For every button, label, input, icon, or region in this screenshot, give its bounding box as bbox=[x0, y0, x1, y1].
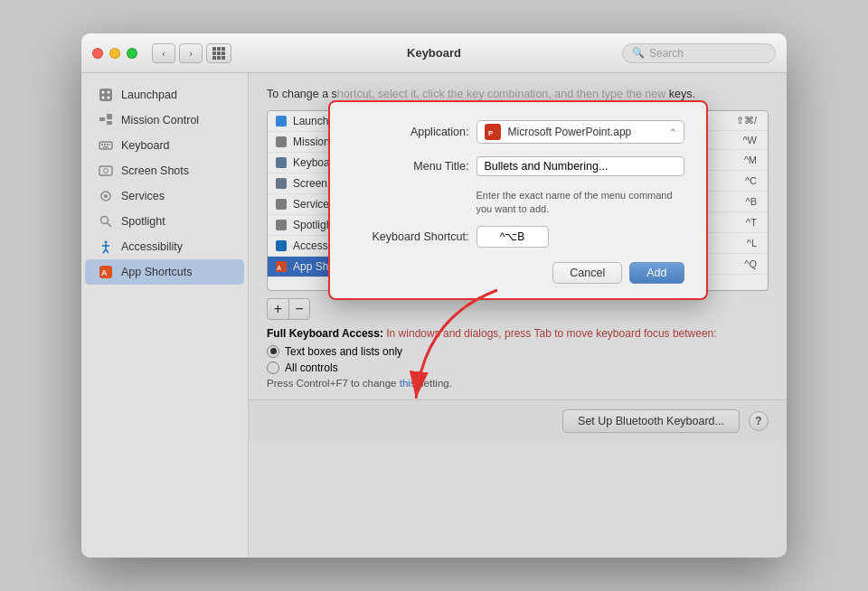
svg-point-20 bbox=[105, 241, 108, 244]
hint-line1: Enter the exact name of the menu command bbox=[476, 190, 673, 201]
svg-rect-7 bbox=[107, 121, 112, 125]
sidebar-item-mission-control[interactable]: Mission Control bbox=[85, 108, 244, 133]
sidebar-item-launchpad[interactable]: Launchpad bbox=[85, 82, 244, 108]
sidebar-item-keyboard[interactable]: Keyboard bbox=[85, 133, 244, 158]
sidebar-item-services[interactable]: Services bbox=[85, 183, 244, 209]
svg-line-24 bbox=[106, 249, 108, 253]
sidebar: Launchpad Mission Control Keyboard Scree… bbox=[81, 73, 249, 558]
powerpoint-icon: P bbox=[485, 124, 501, 140]
hint-line2: you want to add. bbox=[476, 203, 550, 214]
svg-rect-9 bbox=[101, 144, 103, 145]
grid-icon bbox=[212, 47, 225, 60]
svg-rect-10 bbox=[104, 144, 106, 145]
svg-text:P: P bbox=[488, 129, 494, 137]
svg-point-15 bbox=[104, 169, 108, 174]
svg-text:A: A bbox=[101, 268, 108, 277]
svg-rect-5 bbox=[99, 117, 105, 121]
spotlight-icon bbox=[98, 213, 114, 230]
app-name: Microsoft PowerPoint.app bbox=[508, 126, 662, 138]
sidebar-item-mission-label: Mission Control bbox=[121, 114, 199, 127]
application-selector[interactable]: P Microsoft PowerPoint.app ⌃ bbox=[476, 120, 684, 144]
hint-text: Enter the exact name of the menu command… bbox=[476, 189, 684, 217]
search-bar[interactable]: 🔍 Search bbox=[622, 43, 776, 63]
sidebar-item-keyboard-label: Keyboard bbox=[121, 139, 170, 152]
traffic-lights bbox=[92, 48, 137, 59]
keyboard-shortcut-row: Keyboard Shortcut: ^⌥B bbox=[352, 226, 684, 248]
content-area: Launchpad Mission Control Keyboard Scree… bbox=[81, 73, 787, 558]
dialog-buttons: Cancel Add bbox=[352, 262, 684, 284]
sidebar-item-spotlight[interactable]: Spotlight bbox=[85, 209, 244, 234]
back-button[interactable]: ‹ bbox=[152, 43, 175, 63]
search-icon: 🔍 bbox=[632, 47, 645, 59]
sidebar-item-services-label: Services bbox=[121, 190, 165, 202]
shortcut-field[interactable]: ^⌥B bbox=[476, 226, 549, 248]
search-input[interactable]: Search bbox=[649, 47, 684, 60]
svg-rect-13 bbox=[103, 146, 108, 148]
svg-point-17 bbox=[104, 194, 108, 198]
cancel-button[interactable]: Cancel bbox=[552, 262, 622, 284]
sidebar-item-accessibility[interactable]: Accessibility bbox=[85, 234, 244, 259]
application-row: Application: P Microsoft PowerPoint.app … bbox=[352, 120, 684, 144]
add-button[interactable]: Add bbox=[629, 262, 684, 284]
svg-point-3 bbox=[102, 97, 105, 99]
svg-line-19 bbox=[108, 223, 112, 228]
svg-rect-14 bbox=[99, 166, 112, 175]
svg-point-2 bbox=[108, 91, 110, 94]
keyboard-preferences-window: ‹ › Keyboard 🔍 Search Launchpad bbox=[81, 33, 787, 558]
sidebar-item-app-shortcuts-label: App Shortcuts bbox=[121, 266, 193, 278]
svg-rect-11 bbox=[107, 144, 108, 145]
svg-point-18 bbox=[101, 217, 108, 224]
dialog-overlay: Application: P Microsoft PowerPoint.app … bbox=[249, 73, 787, 558]
svg-rect-8 bbox=[99, 142, 112, 149]
maximize-button[interactable] bbox=[127, 48, 137, 59]
nav-buttons: ‹ › bbox=[152, 43, 203, 63]
svg-rect-0 bbox=[99, 89, 112, 101]
app-shortcuts-icon: A bbox=[98, 264, 114, 280]
titlebar: ‹ › Keyboard 🔍 Search bbox=[81, 33, 787, 73]
close-button[interactable] bbox=[92, 48, 103, 59]
arrow-annotation bbox=[389, 281, 570, 444]
sidebar-item-screen-shots[interactable]: Screen Shots bbox=[85, 158, 244, 183]
sidebar-item-spotlight-label: Spotlight bbox=[121, 215, 165, 228]
services-icon bbox=[98, 188, 114, 204]
application-label: Application: bbox=[352, 126, 469, 138]
sidebar-item-accessibility-label: Accessibility bbox=[121, 240, 183, 253]
keyboard-icon bbox=[98, 137, 114, 154]
main-content: To change a shortcut, select it, click t… bbox=[249, 73, 787, 558]
svg-point-1 bbox=[102, 91, 105, 94]
dropdown-arrow-icon: ⌃ bbox=[669, 127, 676, 137]
sidebar-item-app-shortcuts[interactable]: A App Shortcuts bbox=[85, 259, 244, 285]
forward-button[interactable]: › bbox=[179, 43, 203, 63]
window-title: Keyboard bbox=[407, 46, 461, 60]
mission-control-icon bbox=[98, 112, 114, 128]
svg-rect-12 bbox=[109, 144, 110, 145]
keyboard-shortcut-label: Keyboard Shortcut: bbox=[352, 230, 469, 243]
menu-title-row: Menu Title: bbox=[352, 156, 684, 176]
grid-view-button[interactable] bbox=[206, 43, 231, 63]
sidebar-item-screenshots-label: Screen Shots bbox=[121, 164, 189, 177]
screenshot-icon bbox=[98, 163, 114, 179]
svg-point-4 bbox=[108, 97, 110, 99]
accessibility-icon bbox=[98, 239, 114, 255]
svg-rect-6 bbox=[107, 114, 112, 119]
minimize-button[interactable] bbox=[109, 48, 120, 59]
sidebar-item-launchpad-label: Launchpad bbox=[121, 89, 177, 101]
add-shortcut-dialog: Application: P Microsoft PowerPoint.app … bbox=[328, 100, 708, 300]
launchpad-icon bbox=[98, 87, 114, 103]
menu-title-label: Menu Title: bbox=[352, 160, 469, 173]
menu-title-input[interactable] bbox=[476, 156, 684, 176]
